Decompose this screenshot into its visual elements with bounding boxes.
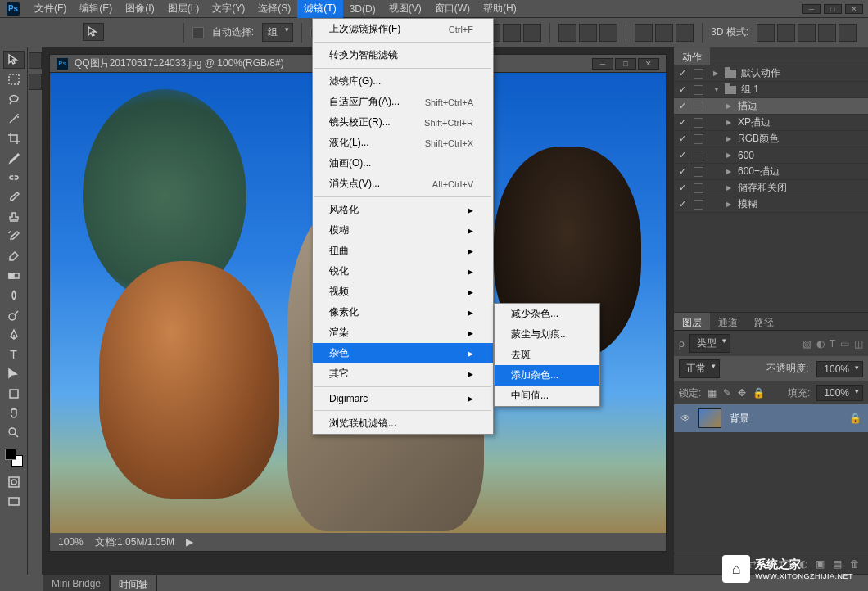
menu-item[interactable]: 滤镜库(G)... bbox=[313, 71, 493, 92]
heal-tool[interactable] bbox=[3, 169, 25, 187]
collapsed-panel-icon[interactable] bbox=[29, 52, 42, 69]
menu-item[interactable]: 自适应广角(A)...Shift+Ctrl+A bbox=[313, 92, 493, 112]
layer-row[interactable]: 👁 背景 🔒 bbox=[674, 404, 868, 432]
visibility-icon[interactable]: 👁 bbox=[680, 413, 690, 424]
screenmode-tool[interactable] bbox=[3, 493, 25, 511]
minimize-button[interactable]: ─ bbox=[802, 4, 821, 14]
filter-adjust-icon[interactable]: ◐ bbox=[816, 338, 825, 350]
fill-value[interactable]: 100% bbox=[816, 385, 863, 401]
close-button[interactable]: ✕ bbox=[845, 4, 863, 14]
autoselect-target[interactable]: 组 bbox=[262, 23, 293, 42]
opacity-value[interactable]: 100% bbox=[816, 361, 863, 377]
lock-pos-icon[interactable]: ✥ bbox=[738, 387, 746, 399]
menu-select[interactable]: 选择(S) bbox=[251, 0, 297, 18]
shape-tool[interactable] bbox=[3, 385, 25, 403]
filter-type-icon[interactable]: T bbox=[830, 338, 835, 350]
menu-item[interactable]: 镜头校正(R)...Shift+Ctrl+R bbox=[313, 112, 493, 133]
layers-tab[interactable]: 图层 bbox=[674, 313, 710, 330]
blur-tool[interactable] bbox=[3, 286, 25, 305]
menu-item[interactable]: 渲染▶ bbox=[313, 323, 493, 343]
hand-tool[interactable] bbox=[3, 404, 25, 422]
menu-window[interactable]: 窗口(W) bbox=[428, 0, 477, 18]
menu-3d[interactable]: 3D(D) bbox=[343, 1, 382, 17]
quickmask-tool[interactable] bbox=[3, 473, 25, 491]
menu-item[interactable]: 扭曲▶ bbox=[313, 241, 493, 261]
menu-help[interactable]: 帮助(H) bbox=[477, 0, 523, 18]
history-brush-tool[interactable] bbox=[3, 228, 25, 246]
menu-image[interactable]: 图像(I) bbox=[119, 0, 160, 18]
menu-item[interactable]: 液化(L)...Shift+Ctrl+X bbox=[313, 133, 493, 153]
action-row[interactable]: ✓▶XP描边 bbox=[674, 115, 868, 131]
pen-tool[interactable] bbox=[3, 326, 25, 344]
dist-btn[interactable] bbox=[579, 24, 597, 42]
align-btn[interactable] bbox=[503, 24, 521, 42]
blend-mode[interactable]: 正常 bbox=[679, 359, 720, 378]
menu-item[interactable]: 模糊▶ bbox=[313, 220, 493, 241]
dist-btn[interactable] bbox=[676, 24, 694, 42]
collapsed-panel-icon[interactable] bbox=[29, 74, 42, 90]
dist-btn[interactable] bbox=[655, 24, 673, 42]
action-row[interactable]: ✓▶储存和关闭 bbox=[674, 180, 868, 196]
menu-layer[interactable]: 图层(L) bbox=[161, 0, 206, 18]
submenu-item[interactable]: 中间值... bbox=[495, 386, 599, 406]
paths-tab[interactable]: 路径 bbox=[746, 313, 782, 330]
marquee-tool[interactable] bbox=[3, 70, 25, 88]
3d-btn[interactable] bbox=[777, 24, 795, 42]
menu-item[interactable]: 油画(O)... bbox=[313, 153, 493, 174]
menu-item[interactable]: 风格化▶ bbox=[313, 200, 493, 220]
menu-filter[interactable]: 滤镜(T) bbox=[297, 0, 342, 18]
action-row[interactable]: ✓▶600 bbox=[674, 147, 868, 164]
align-btn[interactable] bbox=[523, 24, 541, 42]
dist-btn[interactable] bbox=[558, 24, 576, 42]
menu-item[interactable]: 转换为智能滤镜 bbox=[313, 45, 493, 65]
tab-timeline[interactable]: 时间轴 bbox=[110, 575, 157, 591]
dist-btn[interactable] bbox=[599, 24, 617, 42]
dodge-tool[interactable] bbox=[3, 306, 25, 324]
tab-minibridge[interactable]: Mini Bridge bbox=[43, 575, 110, 591]
3d-btn[interactable] bbox=[839, 24, 857, 42]
action-row[interactable]: ✓▶RGB颜色 bbox=[674, 131, 868, 147]
type-tool[interactable]: T bbox=[3, 345, 25, 363]
doc-minimize[interactable]: ─ bbox=[592, 58, 613, 70]
submenu-item[interactable]: 蒙尘与划痕... bbox=[495, 324, 599, 345]
doc-maximize[interactable]: □ bbox=[615, 58, 636, 70]
action-row[interactable]: ✓▶默认动作 bbox=[674, 65, 868, 82]
filter-pixel-icon[interactable]: ▧ bbox=[802, 338, 811, 350]
menu-type[interactable]: 文字(Y) bbox=[206, 0, 251, 18]
filter-smart-icon[interactable]: ◫ bbox=[854, 338, 863, 350]
lock-paint-icon[interactable]: ✎ bbox=[723, 387, 731, 399]
menu-view[interactable]: 视图(V) bbox=[382, 0, 428, 18]
menu-item[interactable]: 杂色▶ bbox=[313, 343, 493, 363]
gradient-tool[interactable] bbox=[3, 267, 25, 285]
menu-file[interactable]: 文件(F) bbox=[28, 0, 73, 18]
actions-tab[interactable]: 动作 bbox=[674, 47, 710, 65]
lock-trans-icon[interactable]: ▦ bbox=[708, 387, 717, 399]
move-tool[interactable] bbox=[3, 51, 25, 69]
lock-all-icon[interactable]: 🔒 bbox=[753, 387, 765, 399]
menu-item[interactable]: Digimarc▶ bbox=[313, 390, 493, 408]
status-arrow[interactable]: ▶ bbox=[186, 536, 193, 548]
dist-btn[interactable] bbox=[635, 24, 653, 42]
action-row[interactable]: ✓▶600+描边 bbox=[674, 164, 868, 180]
3d-btn[interactable] bbox=[818, 24, 836, 42]
action-row[interactable]: ✓▶描边 bbox=[674, 98, 868, 115]
autoselect-checkbox[interactable] bbox=[192, 27, 204, 38]
action-row[interactable]: ✓▼组 1 bbox=[674, 82, 868, 98]
lasso-tool[interactable] bbox=[3, 90, 25, 108]
channels-tab[interactable]: 通道 bbox=[710, 313, 746, 330]
brush-tool[interactable] bbox=[3, 188, 25, 206]
filter-shape-icon[interactable]: ▭ bbox=[840, 338, 849, 350]
submenu-item[interactable]: 添加杂色... bbox=[495, 365, 599, 386]
zoom-level[interactable]: 100% bbox=[58, 536, 84, 548]
action-row[interactable]: ✓▶模糊 bbox=[674, 196, 868, 213]
eyedropper-tool[interactable] bbox=[3, 149, 25, 167]
wand-tool[interactable] bbox=[3, 110, 25, 128]
eraser-tool[interactable] bbox=[3, 247, 25, 265]
submenu-item[interactable]: 减少杂色... bbox=[495, 304, 599, 324]
menu-item[interactable]: 视频▶ bbox=[313, 282, 493, 302]
menu-item[interactable]: 像素化▶ bbox=[313, 302, 493, 323]
layer-filter-kind[interactable]: 类型 bbox=[689, 334, 730, 353]
menu-item[interactable]: 浏览联机滤镜... bbox=[313, 413, 493, 434]
3d-btn[interactable] bbox=[757, 24, 775, 42]
menu-item[interactable]: 消失点(V)...Alt+Ctrl+V bbox=[313, 174, 493, 194]
